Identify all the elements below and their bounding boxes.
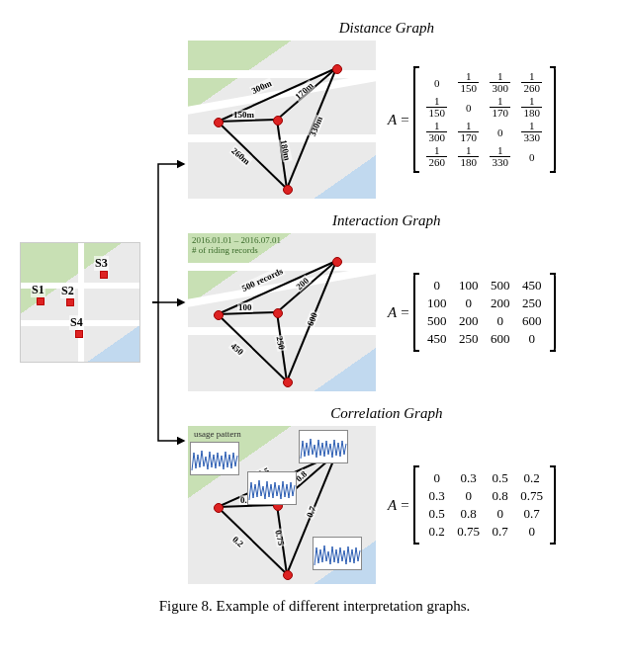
matrix-cell: 500 [421, 312, 453, 330]
edge-label: 150m [232, 110, 255, 120]
edge-label: 100 [237, 302, 253, 312]
matrix-cell: 200 [453, 312, 485, 330]
matrix-cell: 0.75 [516, 487, 548, 505]
distance-row: 150m 300m 260m 170m 180m 330m A = 011501… [188, 41, 556, 199]
correlation-note: usage pattern [194, 430, 241, 440]
correlation-title: Correlation Graph [218, 405, 556, 422]
station-label-s2: S2 [60, 284, 75, 298]
matrix-A: A [388, 304, 397, 321]
matrix-cell: 0 [485, 120, 516, 144]
distance-panel: 150m 300m 260m 170m 180m 330m [188, 41, 376, 199]
matrix-cell: 0 [453, 487, 485, 505]
matrix-cell: 250 [516, 294, 548, 312]
source-map: S1 S2 S3 S4 [20, 242, 140, 363]
matrix-cell: 1330 [485, 144, 516, 169]
station-label-s3: S3 [94, 256, 109, 271]
graphs-column: Distance Graph [188, 20, 556, 584]
source-column: S1 S2 S3 S4 [20, 242, 140, 363]
sparkline-icon [190, 442, 239, 475]
matrix-cell: 1170 [485, 95, 516, 120]
matrix-cell: 0.7 [516, 505, 548, 523]
matrix-cell: 1260 [516, 70, 548, 95]
distance-matrix: A = 011501300126011500117011801300117001… [388, 66, 556, 173]
matrix-cell: 200 [485, 294, 516, 312]
sparkline-icon [247, 471, 297, 505]
svg-line-9 [277, 261, 336, 312]
matrix-cell: 1300 [421, 120, 453, 144]
matrix-A: A [388, 112, 397, 128]
matrix-cell: 450 [421, 330, 453, 348]
svg-line-6 [218, 312, 277, 314]
matrix-cell: 500 [485, 277, 516, 294]
correlation-block: Correlation Graph usage pattern [188, 405, 556, 584]
svg-line-2 [218, 122, 287, 189]
interaction-matrix: A = 010050045010002002505002000600450250… [388, 273, 556, 352]
interaction-block: Interaction Graph 2016.01.01 – 2016.07.0… [188, 212, 556, 391]
figure: S1 S2 S3 S4 [20, 20, 609, 615]
sparkline-icon [299, 430, 348, 463]
matrix-cell: 0 [485, 505, 516, 523]
matrix-cell: 0.8 [453, 505, 485, 523]
correlation-row: usage pattern 0.3 [188, 426, 556, 584]
matrix-cell: 600 [516, 312, 548, 330]
matrix-cell: 1150 [421, 95, 453, 120]
correlation-matrix: A = 00.30.50.20.300.80.750.50.800.70.20.… [388, 465, 556, 545]
sparkline-icon [313, 537, 362, 570]
matrix-eq: = [401, 304, 408, 321]
matrix-cell: 0.3 [421, 487, 453, 505]
correlation-panel: usage pattern 0.3 [188, 426, 376, 584]
matrix-cell: 0 [485, 312, 516, 330]
matrix-cell: 100 [421, 294, 453, 312]
matrix-cell: 1150 [453, 70, 485, 95]
matrix-cell: 250 [453, 330, 485, 348]
matrix-eq: = [401, 497, 408, 514]
matrix-cell: 0 [421, 70, 453, 95]
matrix-cell: 0 [421, 277, 453, 294]
station-label-s1: S1 [31, 283, 45, 297]
matrix-cell: 0.7 [485, 523, 516, 541]
matrix-cell: 0 [453, 294, 485, 312]
interaction-title: Interaction Graph [218, 212, 556, 229]
matrix-cell: 0.8 [485, 487, 516, 505]
matrix-cell: 100 [453, 277, 485, 294]
figure-content: S1 S2 S3 S4 [20, 20, 609, 584]
matrix-cell: 1180 [516, 95, 548, 120]
matrix-cell: 600 [485, 330, 516, 348]
matrix-cell: 0.2 [516, 469, 548, 487]
matrix-cell: 0 [516, 330, 548, 348]
station-label-s4: S4 [69, 315, 84, 330]
arrow-split [148, 95, 188, 510]
interaction-note: 2016.01.01 – 2016.07.01 # of riding reco… [192, 236, 281, 256]
matrix-cell: 0.2 [421, 523, 453, 541]
matrix-cell: 1300 [485, 70, 516, 95]
matrix-cell: 0 [516, 144, 548, 169]
matrix-cell: 0.75 [453, 523, 485, 541]
matrix-cell: 1260 [421, 144, 453, 169]
svg-line-0 [218, 120, 277, 122]
matrix-cell: 450 [516, 277, 548, 294]
matrix-A: A [388, 497, 397, 514]
figure-caption: Figure 8. Example of different interpret… [20, 598, 609, 615]
matrix-cell: 0.5 [421, 505, 453, 523]
matrix-cell: 0.5 [485, 469, 516, 487]
matrix-cell: 1170 [453, 120, 485, 144]
matrix-cell: 1180 [453, 144, 485, 169]
interaction-panel: 2016.01.01 – 2016.07.01 # of riding reco… [188, 233, 376, 391]
matrix-eq: = [401, 112, 408, 128]
interaction-row: 2016.01.01 – 2016.07.01 # of riding reco… [188, 233, 556, 391]
matrix-cell: 0 [516, 523, 548, 541]
distance-block: Distance Graph [188, 20, 556, 199]
distance-title: Distance Graph [218, 20, 556, 37]
matrix-cell: 1330 [516, 120, 548, 144]
matrix-cell: 0 [453, 95, 485, 120]
matrix-cell: 0.3 [453, 469, 485, 487]
matrix-cell: 0 [421, 469, 453, 487]
